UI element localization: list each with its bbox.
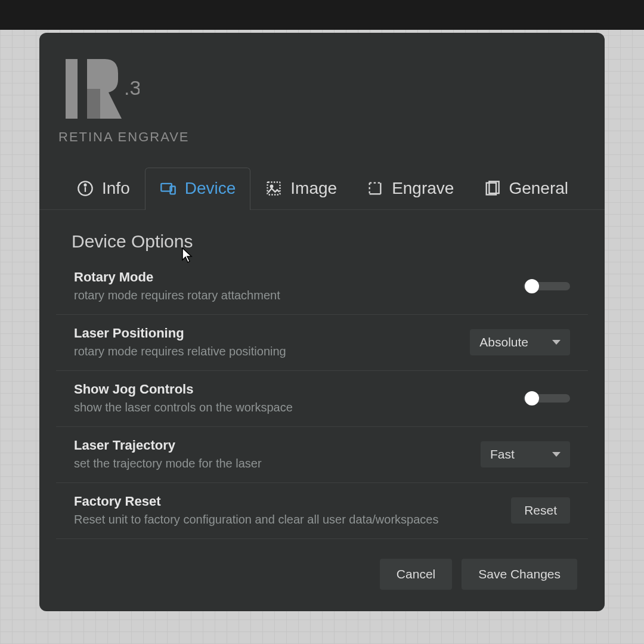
show-jog-controls-toggle[interactable]	[524, 394, 570, 402]
options-list: Rotary Mode rotary mode requires rotary …	[56, 266, 588, 539]
option-laser-trajectory: Laser Trajectory set the trajectory mode…	[56, 427, 588, 483]
rotary-mode-toggle[interactable]	[524, 282, 570, 290]
laser-positioning-select[interactable]: Absolute	[470, 329, 570, 355]
option-title: Rotary Mode	[74, 270, 280, 285]
select-value: Absolute	[479, 335, 528, 349]
option-subtitle: rotary mode requires rotary attachment	[74, 289, 280, 302]
tab-image[interactable]: Image	[250, 168, 352, 210]
settings-dialog: .3 RETINA ENGRAVE Info Device Image	[39, 33, 605, 611]
toggle-knob	[525, 391, 539, 405]
factory-reset-button[interactable]: Reset	[511, 497, 570, 524]
option-factory-reset: Factory Reset Reset unit to factory conf…	[56, 483, 588, 539]
brand-text: RETINA ENGRAVE	[58, 129, 577, 145]
option-title: Laser Positioning	[74, 326, 286, 341]
tab-label: Device	[185, 179, 236, 198]
toggle-knob	[525, 279, 539, 293]
option-subtitle: rotary mode requires relative positionin…	[74, 345, 286, 358]
save-changes-button[interactable]: Save Changes	[462, 559, 577, 590]
tab-label: Info	[102, 179, 130, 198]
option-subtitle: Reset unit to factory configuration and …	[74, 513, 438, 527]
option-title: Factory Reset	[74, 494, 438, 509]
info-icon	[77, 180, 94, 197]
tab-label: General	[509, 179, 568, 198]
option-subtitle: show the laser controls on the workspace	[74, 401, 293, 414]
laser-trajectory-select[interactable]: Fast	[481, 441, 570, 467]
settings-tabs: Info Device Image Engrave General	[39, 168, 605, 210]
chevron-down-icon	[552, 452, 561, 457]
tab-device[interactable]: Device	[145, 168, 251, 210]
svg-rect-2	[66, 59, 78, 119]
svg-point-5	[85, 184, 86, 186]
dialog-footer: Cancel Save Changes	[67, 547, 577, 590]
brand-bold: RETINA	[58, 129, 113, 144]
select-value: Fast	[490, 447, 515, 462]
chevron-down-icon	[552, 340, 561, 345]
brand-logo: .3 RETINA ENGRAVE	[62, 55, 577, 145]
engrave-icon	[367, 180, 383, 197]
device-icon	[160, 180, 177, 197]
tab-label: Image	[290, 179, 337, 198]
section-title: Device Options	[72, 231, 577, 252]
option-title: Show Jog Controls	[74, 382, 293, 397]
app-top-bar	[0, 0, 644, 30]
tab-label: Engrave	[392, 179, 454, 198]
option-rotary-mode: Rotary Mode rotary mode requires rotary …	[56, 266, 588, 315]
svg-rect-0	[87, 89, 100, 119]
brand-light: ENGRAVE	[118, 129, 190, 144]
tab-info[interactable]: Info	[62, 168, 145, 210]
general-icon	[484, 180, 500, 197]
cancel-button[interactable]: Cancel	[380, 559, 452, 590]
svg-point-9	[271, 185, 273, 188]
re-logo-icon: .3	[62, 55, 140, 121]
logo-version: .3	[124, 76, 140, 99]
tab-engrave[interactable]: Engrave	[352, 168, 469, 210]
tab-general[interactable]: General	[469, 168, 583, 210]
option-title: Laser Trajectory	[74, 438, 262, 453]
option-laser-positioning: Laser Positioning rotary mode requires r…	[56, 315, 588, 371]
image-icon	[265, 180, 282, 197]
option-show-jog-controls: Show Jog Controls show the laser control…	[56, 371, 588, 427]
svg-rect-8	[268, 182, 280, 195]
option-subtitle: set the trajectory mode for the laser	[74, 457, 262, 470]
